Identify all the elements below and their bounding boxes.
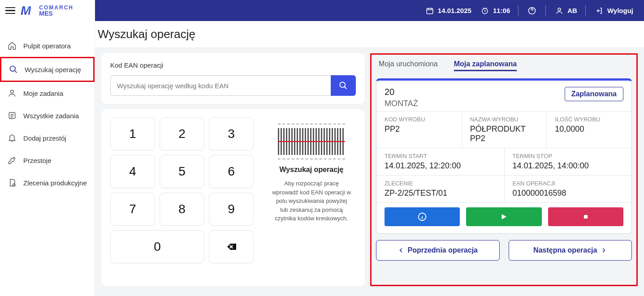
brand-top: COMARCH — [39, 5, 73, 10]
key-3[interactable]: 3 — [209, 117, 254, 150]
ean-code: 010000016598 — [513, 189, 624, 198]
sidebar-item-production-orders[interactable]: Zlecenia produkcyjne — [0, 172, 95, 194]
brand-bottom: MES — [39, 10, 73, 17]
svg-rect-10 — [584, 215, 588, 219]
home-icon — [7, 41, 17, 51]
stop-button[interactable] — [548, 207, 623, 226]
search-label: Kod EAN operacji — [110, 61, 356, 69]
info-button[interactable] — [385, 207, 460, 226]
search-icon — [9, 64, 18, 74]
term-start: 14.01.2025, 12:20:00 — [385, 161, 496, 171]
logo-area: M COMARCH MES — [0, 0, 95, 21]
play-button[interactable] — [466, 207, 541, 226]
calendar-icon — [424, 5, 435, 16]
prev-operation-button[interactable]: Poprzednia operacja — [376, 240, 500, 261]
term-stop: 14.01.2025, 14:00:00 — [513, 161, 624, 171]
key-8[interactable]: 8 — [160, 193, 204, 226]
svg-rect-0 — [427, 8, 433, 13]
product-name: PÓŁPRODUKT PP2 — [470, 124, 539, 143]
operation-seq: 20 — [385, 87, 418, 97]
key-9[interactable]: 9 — [209, 193, 254, 226]
page-title: Wyszukaj operację — [95, 21, 644, 48]
sidebar: Pulpit operatora Wyszukaj operację Moje … — [0, 21, 95, 296]
operation-name: MONTAŻ — [385, 99, 418, 108]
sidebar-item-label: Moje zadania — [23, 90, 63, 97]
ean-search-input[interactable] — [110, 75, 331, 96]
svg-point-4 — [10, 66, 16, 72]
scan-title: Wyszukaj operację — [267, 166, 356, 174]
menu-icon[interactable] — [5, 7, 15, 14]
list-icon — [7, 111, 17, 120]
operation-tabs: Moja uruchomiona Moja zaplanowana — [376, 58, 632, 74]
sidebar-item-label: Dodaj przestój — [23, 134, 66, 142]
header-time: 11:06 — [480, 5, 510, 16]
key-7[interactable]: 7 — [110, 193, 155, 226]
person-icon — [7, 88, 17, 98]
logout-button[interactable]: Wyloguj — [594, 5, 633, 16]
header-date: 14.01.2025 — [424, 5, 471, 16]
tab-planned[interactable]: Moja zaplanowana — [454, 58, 517, 71]
order-code: ZP-2/25/TEST/01 — [385, 189, 496, 198]
tab-running[interactable]: Moja uruchomiona — [379, 58, 438, 71]
search-card: Kod EAN operacji — [101, 53, 365, 104]
sidebar-item-my-tasks[interactable]: Moje zadania — [0, 82, 95, 104]
header-user[interactable]: AB — [554, 5, 577, 16]
sidebar-item-label: Wyszukaj operację — [25, 66, 81, 73]
scan-help: Wyszukaj operację Aby rozpocząć pracę wp… — [267, 117, 356, 223]
svg-point-8 — [340, 82, 346, 88]
key-1[interactable]: 1 — [110, 117, 155, 150]
clock-icon — [480, 5, 490, 16]
scan-hint: Aby rozpocząć pracę wprowadź kod EAN ope… — [267, 179, 356, 223]
main: Wyszukaj operację Kod EAN operacji 1 2 — [95, 21, 644, 296]
sidebar-item-label: Pulpit operatora — [23, 42, 71, 50]
key-2[interactable]: 2 — [160, 117, 204, 150]
key-0[interactable]: 0 — [110, 230, 204, 263]
user-icon — [554, 5, 565, 16]
barcode-icon — [278, 124, 345, 159]
product-code: PP2 — [385, 124, 454, 134]
key-5[interactable]: 5 — [160, 155, 204, 188]
key-6[interactable]: 6 — [209, 155, 254, 188]
document-icon — [7, 178, 17, 188]
svg-point-5 — [11, 90, 14, 93]
help-icon[interactable] — [527, 5, 537, 16]
bell-icon — [7, 133, 17, 143]
product-qty: 10,0000 — [555, 124, 623, 134]
search-button[interactable] — [331, 75, 356, 96]
sidebar-item-add-downtime[interactable]: Dodaj przestój — [0, 127, 95, 149]
key-4[interactable]: 4 — [110, 155, 155, 188]
svg-point-3 — [558, 8, 561, 11]
sidebar-item-downtimes[interactable]: Przestoje — [0, 149, 95, 172]
key-backspace[interactable] — [209, 230, 254, 263]
wrench-icon — [7, 155, 17, 165]
keypad-card: 1 2 3 4 5 6 7 8 9 0 — [101, 109, 365, 286]
logout-icon — [594, 5, 605, 16]
next-operation-button[interactable]: Następna operacja — [509, 240, 632, 261]
sidebar-item-all-tasks[interactable]: Wszystkie zadania — [0, 104, 95, 127]
sidebar-item-search-operation[interactable]: Wyszukaj operację — [0, 57, 95, 82]
topbar: M COMARCH MES 14.01.2025 11:06 AB Wylogu… — [0, 0, 644, 21]
status-badge: Zaplanowana — [565, 87, 623, 101]
operation-panel: Moja uruchomiona Moja zaplanowana 20 MON… — [370, 53, 638, 286]
logo-mark: M — [21, 4, 31, 18]
sidebar-item-label: Wszystkie zadania — [23, 112, 79, 120]
sidebar-item-label: Zlecenia produkcyjne — [23, 179, 87, 187]
sidebar-item-label: Przestoje — [23, 157, 52, 164]
sidebar-item-dashboard[interactable]: Pulpit operatora — [0, 34, 95, 57]
operation-card: 20 MONTAŻ Zaplanowana KOD WYROBUPP2 NAZW… — [376, 78, 632, 234]
